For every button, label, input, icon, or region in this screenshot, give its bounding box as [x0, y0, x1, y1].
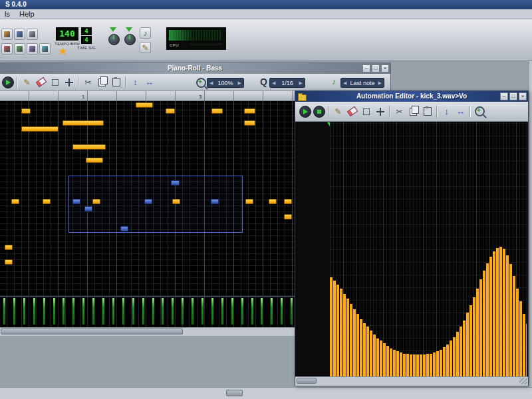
piano-roll-titlebar[interactable]: Piano-Roll - Bass –□× — [0, 63, 390, 74]
workspace-scrollbar-thumb[interactable] — [226, 390, 243, 396]
draw-button[interactable]: ✎ — [331, 104, 345, 118]
play-button[interactable] — [298, 104, 312, 118]
velocity-bar[interactable] — [291, 298, 293, 325]
move-button[interactable] — [373, 104, 387, 118]
toolbar-button[interactable] — [27, 43, 38, 55]
automation-titlebar[interactable]: Automation Editor - kick_3.wav>Vo –□× — [295, 91, 528, 102]
note[interactable] — [72, 144, 106, 150]
zoom-button[interactable] — [473, 104, 487, 118]
velocity-bar[interactable] — [13, 298, 15, 325]
close-button[interactable]: × — [519, 92, 527, 100]
select-button[interactable] — [48, 75, 62, 89]
tempo-lcd[interactable]: 140 — [56, 27, 78, 41]
velocity-bar[interactable] — [92, 298, 94, 325]
q-right-arrow-icon[interactable]: ▶ — [299, 80, 303, 85]
timesig-denominator-lcd[interactable]: 4 — [81, 36, 92, 44]
velocity-bar[interactable] — [211, 298, 213, 325]
velocity-bar[interactable] — [112, 298, 114, 325]
note[interactable] — [245, 199, 253, 204]
velocity-bar[interactable] — [221, 298, 223, 325]
velocity-bar[interactable] — [3, 298, 5, 325]
velocity-bar[interactable] — [152, 298, 154, 325]
maximize-button[interactable]: □ — [372, 65, 380, 72]
quantize-combo[interactable]: ◀ 1/16 ▶ — [269, 78, 305, 88]
note[interactable] — [86, 158, 103, 163]
velocity-bar[interactable] — [251, 298, 253, 325]
note-tool-button[interactable]: ♪ — [140, 27, 151, 39]
flip-y-button[interactable]: ↕ — [128, 75, 142, 89]
toolbar-button[interactable] — [14, 43, 25, 55]
toolbar-button[interactable] — [14, 29, 25, 40]
workspace-bottom-scrollbar[interactable] — [0, 387, 532, 399]
menu-item-tools[interactable]: ls — [0, 9, 15, 19]
note-length-left-arrow-icon[interactable]: ◀ — [343, 80, 346, 85]
copy-button[interactable] — [95, 75, 109, 89]
velocity-bar[interactable] — [23, 298, 25, 325]
close-button[interactable]: × — [381, 65, 389, 72]
note[interactable] — [43, 199, 51, 204]
note[interactable] — [284, 214, 292, 219]
cut-button[interactable]: ✂ — [392, 104, 406, 118]
q-left-arrow-icon[interactable]: ◀ — [272, 80, 275, 85]
erase-button[interactable] — [34, 75, 48, 89]
move-button[interactable] — [62, 75, 76, 89]
velocity-bar[interactable] — [122, 298, 124, 325]
note[interactable] — [269, 199, 277, 204]
note[interactable] — [166, 108, 175, 114]
velocity-bar[interactable] — [192, 298, 194, 325]
workspace-right-scrollbar[interactable] — [529, 61, 532, 399]
velocity-bar[interactable] — [132, 298, 134, 325]
toolbar-button[interactable] — [1, 29, 13, 40]
select-button[interactable] — [359, 104, 373, 118]
note[interactable] — [11, 199, 19, 204]
automation-grid[interactable] — [330, 122, 527, 376]
flip-x-button[interactable]: ↔ — [142, 75, 156, 89]
toolbar-button[interactable] — [39, 43, 51, 55]
copy-button[interactable] — [406, 104, 420, 118]
note[interactable] — [63, 120, 104, 126]
velocity-bar[interactable] — [53, 298, 55, 325]
minimize-button[interactable]: – — [500, 92, 508, 100]
maximize-button[interactable]: □ — [509, 92, 517, 100]
timesig-numerator-lcd[interactable]: 4 — [81, 27, 92, 35]
high-quality-star-icon[interactable] — [59, 47, 67, 56]
note[interactable] — [5, 259, 13, 265]
velocity-bar[interactable] — [281, 298, 283, 325]
velocity-bar[interactable] — [72, 298, 74, 325]
velocity-bar[interactable] — [172, 298, 174, 325]
note[interactable] — [211, 108, 223, 114]
note[interactable] — [5, 245, 13, 250]
edit-tool-button[interactable]: ✎ — [140, 42, 151, 53]
note[interactable] — [21, 108, 31, 114]
automation-scroll-thumb[interactable] — [297, 378, 317, 384]
master-pitch-knob[interactable] — [124, 34, 136, 45]
toolbar-button[interactable] — [1, 43, 13, 55]
velocity-bar[interactable] — [43, 298, 45, 325]
draw-button[interactable]: ✎ — [20, 75, 34, 89]
velocity-bar[interactable] — [241, 298, 243, 325]
zoom-combo[interactable]: ◀ 100% ▶ — [207, 78, 244, 88]
erase-button[interactable] — [345, 104, 359, 118]
note[interactable] — [136, 102, 153, 108]
velocity-bar[interactable] — [271, 298, 273, 325]
velocity-bar[interactable] — [162, 298, 164, 325]
zoom-left-arrow-icon[interactable]: ◀ — [209, 80, 213, 85]
velocity-bar[interactable] — [261, 298, 263, 325]
note[interactable] — [244, 120, 255, 126]
stop-button[interactable] — [312, 104, 326, 118]
flip-x-button[interactable]: ↔ — [454, 104, 467, 118]
resize-grip[interactable] — [519, 378, 527, 384]
note-length-combo[interactable]: ◀ Last note ▶ — [340, 78, 384, 88]
velocity-bar[interactable] — [231, 298, 233, 325]
velocity-bar[interactable] — [82, 298, 84, 325]
cut-button[interactable]: ✂ — [81, 75, 95, 89]
main-titlebar[interactable]: S 0.4.0 — [0, 0, 532, 9]
velocity-bar[interactable] — [33, 298, 35, 325]
toolbar-button[interactable] — [27, 29, 38, 40]
velocity-bar[interactable] — [201, 298, 203, 325]
note[interactable] — [284, 199, 292, 204]
note[interactable] — [244, 108, 255, 114]
paste-button[interactable] — [420, 104, 434, 118]
note[interactable] — [21, 126, 59, 132]
automation-hscrollbar[interactable] — [295, 376, 528, 386]
